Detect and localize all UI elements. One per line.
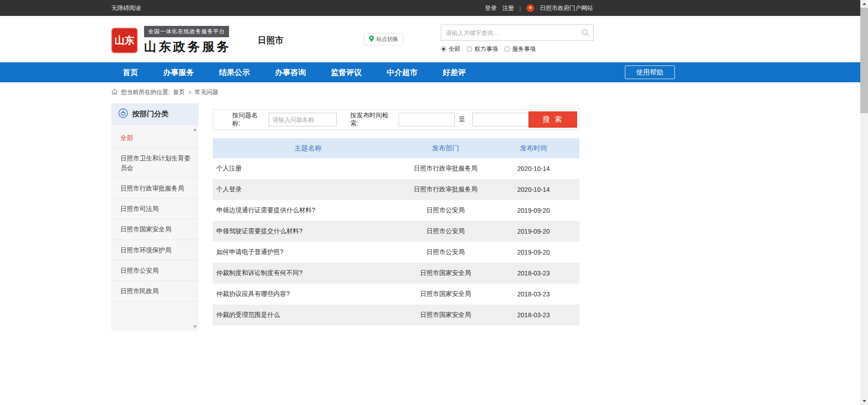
search-scope-option[interactable]: 权力事项 [467,45,498,53]
city-name: 日照市 [258,35,284,46]
login-link[interactable]: 登录 [485,4,497,12]
scrollbar-down-icon[interactable] [860,397,868,405]
nav-item[interactable]: 办事咨询 [275,67,306,78]
sidebar-item[interactable]: 日照市公安局 [111,260,199,281]
date-from-input[interactable] [399,113,455,126]
header-inner: 山东 全国一体化在线政务服务平台 山东政务服务 日照市 站点切换 全部 [111,16,675,62]
portal-link[interactable]: 日照市政府门户网站 [540,4,593,12]
search-box [441,25,594,41]
publish-date: 2020-10-14 [488,179,579,200]
table-row[interactable]: 仲裁制度和诉讼制度有何不同? 日照市国家安全局 2018-03-23 [213,263,579,284]
topbar-inner: 无障碍阅读 登录 注册 | 日照市政府门户网站 [111,0,593,16]
radio-label: 服务事项 [512,45,536,53]
department-list: 全部日照市卫生和计划生育委员会日照市行政审批服务局日照市司法局日照市国家安全局日… [111,128,199,302]
date-to-label: 至 [459,115,465,124]
keyword-search-input[interactable] [441,30,578,36]
table-row[interactable]: 申领驾驶证需要提交什么材料? 日照市公安局 2019-09-20 [213,221,579,242]
nav-item[interactable]: 监督评议 [331,67,362,78]
sidebar-item[interactable]: 日照市卫生和计划生育委员会 [111,148,199,178]
table-row[interactable]: 仲裁的受理范围是什么 日照市国家安全局 2018-03-23 [213,305,579,325]
question-name-input[interactable] [269,113,337,126]
sidebar-scroll-down-icon[interactable] [193,325,197,328]
table-row[interactable]: 个人登录 日照市行政审批服务局 2020-10-14 [213,179,579,200]
sidebar-item[interactable]: 日照市行政审批服务局 [111,178,199,199]
main-nav: 首页办事服务结果公示办事咨询监督评议中介超市好差评 使用帮助 [0,62,868,82]
table-row[interactable]: 申领边境通行证需要提供什么材料? 日照市公安局 2019-09-20 [213,200,579,221]
nav-items: 首页办事服务结果公示办事咨询监督评议中介超市好差评 [111,67,466,78]
site-header: 山东 全国一体化在线政务服务平台 山东政务服务 日照市 站点切换 全部 [0,16,868,62]
register-link[interactable]: 注册 [502,4,514,12]
site-switch-button[interactable]: 站点切换 [364,33,403,45]
topbar-separator: | [519,5,521,11]
help-button[interactable]: 使用帮助 [625,65,675,79]
publish-department: 日照市国家安全局 [404,305,488,325]
browser-scrollbar[interactable] [860,0,868,405]
radio-icon [504,46,510,52]
publish-department: 日照市国家安全局 [404,284,488,305]
column-header-title: 主题名称 [213,138,404,158]
accessibility-link[interactable]: 无障碍阅读 [111,4,141,12]
logo-group[interactable]: 山东 全国一体化在线政务服务平台 山东政务服务 [111,26,231,55]
home-icon [111,89,118,96]
date-to-input[interactable] [472,113,529,126]
faq-content: 按问题名称: 按发布时间检索: 至 搜 索 主题名称 发布部门 发布时间 [213,103,579,325]
national-emblem-icon [526,4,534,12]
sidebar-scroll-up-icon[interactable] [193,128,197,131]
sidebar-item[interactable]: 日照市司法局 [111,199,199,219]
table-row[interactable]: 个人注册 日照市行政审批服务局 2020-10-14 [213,158,579,179]
name-filter-label: 按问题名称: [232,111,265,128]
search-button[interactable]: 搜 索 [529,111,577,128]
topbar: 无障碍阅读 登录 注册 | 日照市政府门户网站 [0,0,868,16]
sidebar-item[interactable]: 日照市民政局 [111,281,199,301]
table-row[interactable]: 仲裁协议应具有哪些内容? 日照市国家安全局 2018-03-23 [213,284,579,305]
radio-icon [441,46,446,52]
publish-date: 2018-03-23 [488,263,579,284]
publish-date: 2018-03-23 [488,305,579,325]
search-scope-option[interactable]: 全部 [441,45,460,53]
breadcrumb-home-link[interactable]: 首页 [173,88,185,96]
faq-table-header: 主题名称 发布部门 发布时间 [213,138,579,158]
publish-department: 日照市公安局 [404,200,488,221]
sidebar-header: 按部门分类 [111,103,199,125]
main-content: 按部门分类 全部日照市卫生和计划生育委员会日照市行政审批服务局日照市司法局日照市… [111,103,675,331]
nav-inner: 首页办事服务结果公示办事咨询监督评议中介超市好差评 使用帮助 [111,62,675,82]
publish-department: 日照市行政审批服务局 [404,158,488,179]
radio-label: 权力事项 [474,45,498,53]
scrollbar-thumb[interactable] [860,8,868,113]
question-title[interactable]: 仲裁的受理范围是什么 [213,305,404,325]
question-title[interactable]: 仲裁协议应具有哪些内容? [213,284,404,305]
breadcrumb-separator: > [188,89,192,96]
question-title[interactable]: 如何申请电子普通护照? [213,242,404,263]
nav-item[interactable]: 好差评 [443,67,466,78]
brand-title: 山东政务服务 [144,39,231,55]
publish-date: 2019-09-20 [488,200,579,221]
publish-date: 2020-10-14 [488,158,579,179]
publish-date: 2019-09-20 [488,221,579,242]
search-scope-options: 全部 权力事项 服务事项 [441,45,594,53]
scrollbar-up-icon[interactable] [860,0,868,8]
table-row[interactable]: 如何申请电子普通护照? 日照市公安局 2019-09-20 [213,242,579,263]
sidebar-item[interactable]: 全部 [111,128,199,148]
department-sidebar: 按部门分类 全部日照市卫生和计划生育委员会日照市行政审批服务局日照市司法局日照市… [111,103,199,331]
sidebar-item[interactable]: 日照市环境保护局 [111,240,199,260]
search-area: 全部 权力事项 服务事项 [441,25,594,53]
sidebar-item[interactable]: 日照市国家安全局 [111,219,199,240]
search-scope-option[interactable]: 服务事项 [504,45,536,53]
platform-badge: 全国一体化在线政务服务平台 [144,26,229,37]
topbar-right: 登录 注册 | 日照市政府门户网站 [485,4,593,12]
nav-item[interactable]: 首页 [123,67,138,78]
question-title[interactable]: 个人登录 [213,179,404,200]
question-title[interactable]: 申领边境通行证需要提供什么材料? [213,200,404,221]
logo-text: 全国一体化在线政务服务平台 山东政务服务 [144,26,231,55]
question-title[interactable]: 申领驾驶证需要提交什么材料? [213,221,404,242]
nav-item[interactable]: 结果公示 [219,67,250,78]
category-icon [118,108,128,120]
column-header-dept: 发布部门 [404,138,488,158]
question-title[interactable]: 个人注册 [213,158,404,179]
nav-item[interactable]: 中介超市 [387,67,418,78]
search-icon[interactable] [578,25,593,40]
sidebar-title: 按部门分类 [132,110,169,119]
question-title[interactable]: 仲裁制度和诉讼制度有何不同? [213,263,404,284]
nav-item[interactable]: 办事服务 [163,67,194,78]
publish-date: 2018-03-23 [488,284,579,305]
